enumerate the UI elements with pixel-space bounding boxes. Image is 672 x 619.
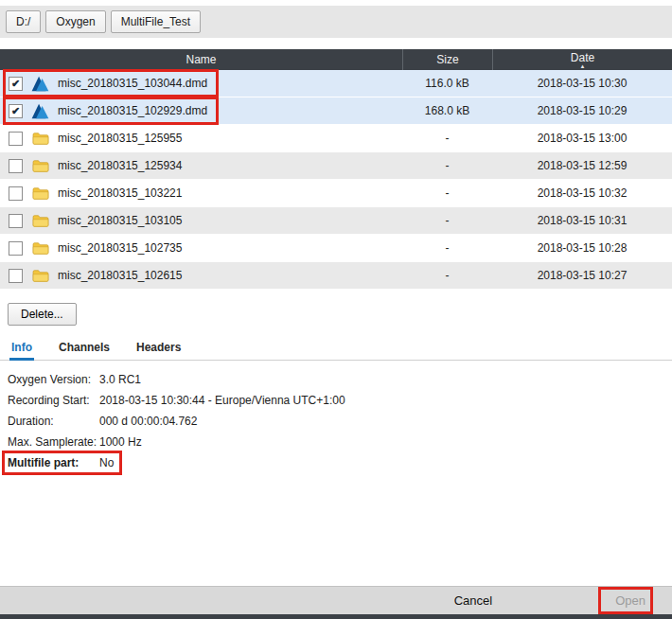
table-row[interactable]: ✔ misc_20180315_125955 - 2018-0 xyxy=(0,125,672,152)
file-date: 2018-03-15 10:27 xyxy=(492,269,672,282)
file-date: 2018-03-15 10:31 xyxy=(492,214,672,227)
file-date: 2018-03-15 13:00 xyxy=(492,132,672,145)
file-date: 2018-03-15 12:59 xyxy=(492,159,672,172)
tab-channels[interactable]: Channels xyxy=(57,339,112,361)
tab-info[interactable]: Info xyxy=(9,339,34,361)
row-checkbox[interactable]: ✔ xyxy=(9,269,23,283)
row-left: ✔ misc_20180315_103221 xyxy=(0,180,218,206)
table-row[interactable]: ✔ misc_20180315_125934 - 2018-0 xyxy=(0,152,672,180)
file-size: - xyxy=(402,214,492,227)
info-label: Recording Start: xyxy=(8,390,99,411)
file-date: 2018-03-15 10:28 xyxy=(492,241,672,255)
footer-strip xyxy=(0,614,672,619)
file-name: misc_20180315_103105 xyxy=(58,214,182,227)
info-value: 000 d 00:00:04.762 xyxy=(99,411,197,432)
name-cell: ✔ misc_20180315_125934 xyxy=(0,152,402,179)
row-checkbox[interactable]: ✔ xyxy=(9,186,23,201)
table-row[interactable]: ✔ misc_20180315_102615 - 2018-0 xyxy=(0,262,672,290)
info-field: Multifile part: No xyxy=(8,452,114,473)
row-left: ✔ misc_20180315_102735 xyxy=(0,235,218,261)
file-table: Name Size Date ▲ ✔ xyxy=(0,49,672,290)
info-panel: Oxygen Version: 3.0 RC1 Recording Start:… xyxy=(0,361,672,482)
column-header-name[interactable]: Name xyxy=(0,49,402,70)
table-row[interactable]: ✔ misc_20180315_102929.dmd 168.0 kB xyxy=(0,97,672,125)
row-checkbox[interactable]: ✔ xyxy=(9,132,23,146)
column-header-date-label: Date xyxy=(571,53,594,63)
table-row[interactable]: ✔ misc_20180315_103221 - 2018-0 xyxy=(0,180,672,207)
breadcrumb-button[interactable]: D:/ xyxy=(6,10,41,33)
table-row[interactable]: ✔ misc_20180315_102735 - 2018-0 xyxy=(0,235,672,262)
breadcrumb-button[interactable]: Oxygen xyxy=(45,10,105,33)
row-checkbox[interactable]: ✔ xyxy=(9,214,23,228)
check-icon: ✔ xyxy=(11,79,20,89)
name-cell: ✔ misc_20180315_103221 xyxy=(0,180,402,206)
check-icon: ✔ xyxy=(11,106,20,116)
file-name: misc_20180315_102615 xyxy=(58,269,182,282)
tab-bar: InfoChannelsHeaders xyxy=(0,339,672,361)
file-name: misc_20180315_125934 xyxy=(58,159,182,172)
info-value: 1000 Hz xyxy=(99,432,142,452)
folder-icon xyxy=(31,240,49,256)
row-left: ✔ misc_20180315_125934 xyxy=(0,152,218,179)
tab-headers[interactable]: Headers xyxy=(134,339,183,361)
file-open-dialog: D:/OxygenMultiFile_Test Name Size Date ▲… xyxy=(0,0,672,619)
breadcrumb-button[interactable]: MultiFile_Test xyxy=(111,10,201,33)
dmd-file-icon xyxy=(31,103,49,119)
file-name: misc_20180315_102735 xyxy=(58,241,182,255)
breadcrumb: D:/OxygenMultiFile_Test xyxy=(0,6,672,38)
row-left: ✔ misc_20180315_102929.dmd xyxy=(0,97,218,124)
folder-icon xyxy=(31,158,49,174)
dmd-file-icon xyxy=(31,76,49,92)
name-cell: ✔ misc_20180315_102929.dmd xyxy=(0,97,402,124)
folder-icon xyxy=(31,186,49,202)
name-cell: ✔ misc_20180315_125955 xyxy=(0,125,402,151)
row-left: ✔ misc_20180315_125955 xyxy=(0,125,218,151)
name-cell: ✔ misc_20180315_102735 xyxy=(0,235,402,261)
file-size: - xyxy=(402,241,492,255)
file-size: 116.0 kB xyxy=(402,77,492,90)
info-label: Max. Samplerate: xyxy=(8,432,99,452)
folder-icon xyxy=(31,213,49,229)
footer-bar: Cancel Open xyxy=(0,586,672,614)
sort-ascending-icon: ▲ xyxy=(580,63,586,69)
file-name: misc_20180315_103044.dmd xyxy=(58,77,207,90)
row-checkbox[interactable]: ✔ xyxy=(9,77,23,91)
info-field: Recording Start: 2018-03-15 10:30:44 - E… xyxy=(8,390,345,411)
file-size: - xyxy=(402,269,492,282)
row-left: ✔ misc_20180315_103044.dmd xyxy=(0,70,218,97)
name-cell: ✔ misc_20180315_102615 xyxy=(0,262,402,289)
folder-icon xyxy=(31,131,49,147)
info-value: 3.0 RC1 xyxy=(99,369,141,390)
row-left: ✔ misc_20180315_102615 xyxy=(0,262,218,289)
file-size: 168.0 kB xyxy=(402,104,492,117)
file-name: misc_20180315_103221 xyxy=(58,186,182,200)
info-value: No xyxy=(99,452,114,473)
info-field: Duration: 000 d 00:00:04.762 xyxy=(8,411,197,432)
file-size: - xyxy=(402,186,492,200)
info-label: Oxygen Version: xyxy=(8,369,99,390)
info-label: Multifile part: xyxy=(8,452,99,473)
file-size: - xyxy=(402,159,492,172)
row-checkbox[interactable]: ✔ xyxy=(9,159,23,173)
open-button[interactable]: Open xyxy=(615,593,645,608)
table-body: ✔ misc_20180315_103044.dmd 116.0 kB xyxy=(0,70,672,290)
table-row[interactable]: ✔ misc_20180315_103105 - 2018-0 xyxy=(0,207,672,235)
file-date: 2018-03-15 10:32 xyxy=(492,186,672,200)
delete-button[interactable]: Delete... xyxy=(8,303,77,326)
column-header-date[interactable]: Date ▲ xyxy=(492,49,672,70)
row-checkbox[interactable]: ✔ xyxy=(9,104,23,118)
file-name: misc_20180315_125955 xyxy=(58,132,182,145)
name-cell: ✔ misc_20180315_103105 xyxy=(0,207,402,234)
row-left: ✔ misc_20180315_103105 xyxy=(0,207,218,234)
cancel-button[interactable]: Cancel xyxy=(454,593,492,608)
table-row[interactable]: ✔ misc_20180315_103044.dmd 116.0 kB xyxy=(0,70,672,97)
file-name: misc_20180315_102929.dmd xyxy=(58,104,207,117)
info-label: Duration: xyxy=(8,411,99,432)
name-cell: ✔ misc_20180315_103044.dmd xyxy=(0,70,402,97)
info-field: Max. Samplerate: 1000 Hz xyxy=(8,432,142,452)
column-header-size[interactable]: Size xyxy=(402,49,492,70)
file-date: 2018-03-15 10:30 xyxy=(492,77,672,90)
file-date: 2018-03-15 10:29 xyxy=(492,104,672,117)
row-checkbox[interactable]: ✔ xyxy=(9,241,23,256)
file-size: - xyxy=(402,132,492,145)
